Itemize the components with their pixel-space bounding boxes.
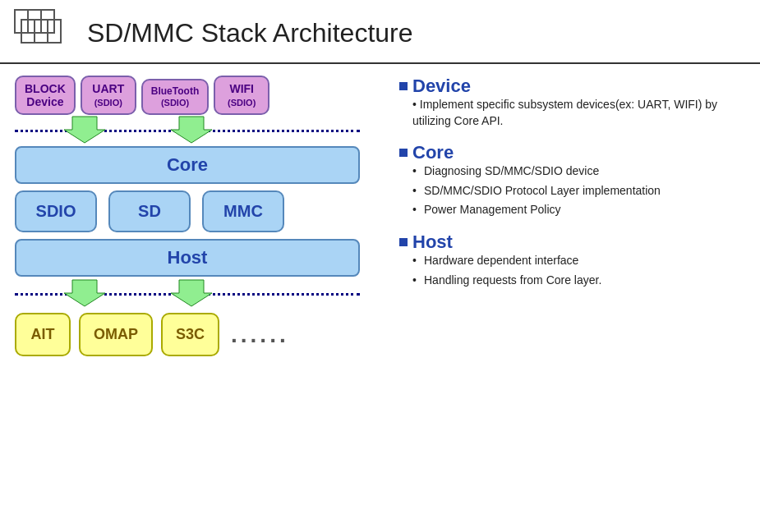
device-box-bluetooth: BlueTooth(SDIO) — [141, 79, 209, 115]
device-title-marker — [399, 82, 408, 90]
hw-box-ait: AIT — [15, 313, 71, 356]
hw-box-omap: OMAP — [79, 313, 153, 356]
section-device-title: Device — [399, 76, 739, 97]
device-item-0: Implement specific subsystem devices(ex:… — [412, 97, 739, 129]
section-device-content: Implement specific subsystem devices(ex:… — [412, 97, 739, 129]
section-host-title: Host — [399, 232, 739, 253]
svg-marker-5 — [171, 117, 212, 143]
device-box-wifi: WIFI(SDIO) — [214, 76, 269, 115]
host-item-1: Handling requests from Core layer. — [412, 273, 739, 289]
arrow-row-bottom — [15, 278, 360, 308]
host-bar: Host — [15, 239, 360, 277]
section-device: Device Implement specific subsystem devi… — [399, 76, 739, 132]
header: SD/MMC Stack Architecture — [0, 0, 760, 64]
device-row: BLOCKDevice UART(SDIO) BlueTooth(SDIO) W… — [15, 76, 380, 115]
hw-row: AIT OMAP S3C ...... — [15, 313, 380, 356]
main-content: BLOCKDevice UART(SDIO) BlueTooth(SDIO) W… — [0, 64, 760, 532]
page-title: SD/MMC Stack Architecture — [87, 18, 413, 48]
core-bar: Core — [15, 146, 360, 184]
protocol-row: SDIO SD MMC — [15, 190, 380, 232]
section-core-title: Core — [399, 142, 739, 163]
device-box-uart: UART(SDIO) — [81, 76, 136, 115]
core-item-0: Diagnosing SD/MMC/SDIO device — [412, 163, 739, 180]
device-box-block: BLOCKDevice — [15, 76, 76, 115]
core-title-marker — [399, 149, 408, 157]
page-container: SD/MMC Stack Architecture BLOCKDevice UA… — [0, 0, 760, 532]
protocol-box-mmc: MMC — [202, 190, 284, 232]
hw-box-s3c: S3C — [161, 313, 219, 356]
section-host: Host Hardware dependent interface Handli… — [399, 232, 739, 291]
svg-marker-4 — [64, 117, 105, 143]
host-item-0: Hardware dependent interface — [412, 253, 739, 269]
host-title-marker — [399, 238, 408, 246]
core-item-2: Power Management Policy — [412, 202, 739, 218]
arrows-bottom-svg — [15, 278, 360, 308]
diagram: BLOCKDevice UART(SDIO) BlueTooth(SDIO) W… — [8, 72, 386, 524]
right-panel: Device Implement specific subsystem devi… — [386, 72, 752, 524]
protocol-box-sd: SD — [108, 190, 191, 232]
section-core: Core Diagnosing SD/MMC/SDIO device SD/MM… — [399, 142, 739, 222]
svg-marker-7 — [171, 280, 212, 306]
logo-icon — [13, 8, 71, 57]
svg-marker-6 — [64, 280, 105, 306]
core-item-1: SD/MMC/SDIO Protocol Layer implementatio… — [412, 183, 739, 200]
arrows-top-svg — [15, 115, 360, 144]
hw-dots: ...... — [231, 322, 289, 348]
protocol-box-sdio: SDIO — [15, 190, 97, 232]
section-host-content: Hardware dependent interface Handling re… — [412, 253, 739, 288]
arrow-row-top — [15, 115, 360, 144]
section-core-content: Diagnosing SD/MMC/SDIO device SD/MMC/SDI… — [412, 163, 739, 218]
